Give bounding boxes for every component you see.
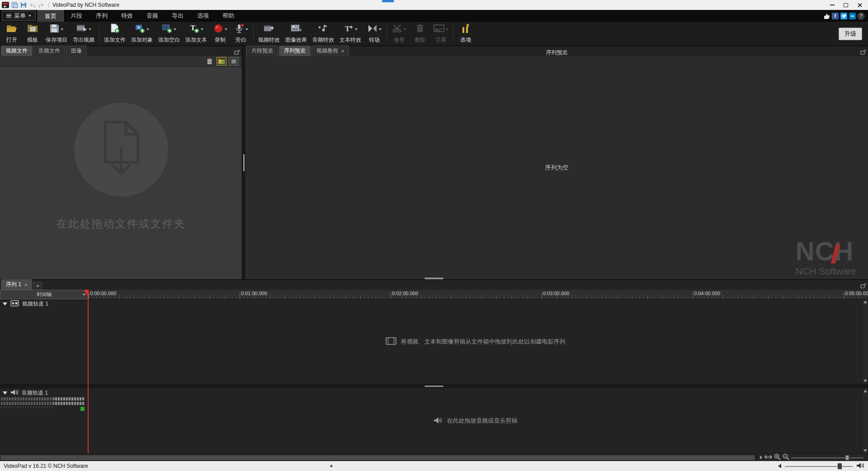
fit-to-window-icon[interactable]: [764, 453, 772, 462]
sequence-tab[interactable]: 序列 1 ×: [1, 279, 32, 290]
videopad-window: VideoPad by NCH Software 菜单 首页 片段 序列 特效 …: [0, 0, 868, 471]
detach-panel-icon[interactable]: [234, 48, 240, 57]
audio-effects-button[interactable]: 音频特效: [310, 22, 337, 46]
window-controls: [826, 0, 866, 10]
tab-close-icon[interactable]: ×: [24, 282, 27, 287]
bin-tab-images[interactable]: 图像: [66, 46, 87, 56]
preview-tab-tutorial[interactable]: 视频教程 ×: [311, 46, 349, 56]
timeline-panel: 序列 1 × + 时间轴 0:00:00.000 0:01:00.000 0:0…: [0, 279, 868, 461]
h-scroll-track[interactable]: [0, 455, 758, 461]
menu-tab-export[interactable]: 导出: [165, 10, 190, 22]
volume-left-icon[interactable]: [778, 464, 781, 468]
nch-watermark: NCH NCH Software: [796, 238, 856, 276]
timeline-mode-button[interactable]: 时间轴: [0, 290, 89, 299]
bin-drop-area[interactable]: 在此处拖动文件或文件夹: [0, 61, 242, 273]
text-effects-button[interactable]: T 文本特效: [337, 22, 364, 46]
zoom-in-icon[interactable]: [774, 453, 781, 462]
menu-tab-options[interactable]: 选项: [190, 10, 216, 22]
minimize-button[interactable]: [826, 0, 839, 10]
maximize-button[interactable]: [839, 0, 853, 10]
titlebar-artifact: [382, 0, 394, 2]
add-object-button[interactable]: 添加对象: [128, 22, 156, 46]
options-button[interactable]: 选项: [455, 22, 476, 46]
narration-button[interactable]: 旁白: [231, 22, 251, 46]
zoom-slider-thumb[interactable]: [845, 455, 849, 460]
menu-tab-audio[interactable]: 音频: [140, 10, 165, 22]
trim-button[interactable]: 修剪: [389, 22, 410, 46]
audio-track-scrollbar[interactable]: [862, 388, 868, 453]
volume-slider-thumb[interactable]: [838, 463, 842, 469]
scroll-down-icon[interactable]: [863, 449, 867, 452]
preview-screen[interactable]: 序列为空 NCH NCH Software: [245, 56, 868, 279]
open-button[interactable]: 打开: [1, 22, 22, 46]
video-effects-button[interactable]: 视频特效: [255, 22, 283, 46]
menu-tab-help[interactable]: 帮助: [216, 10, 241, 22]
scroll-down-icon[interactable]: [863, 380, 867, 382]
statusbar-expand-icon[interactable]: ▲: [329, 463, 334, 468]
add-blank-button[interactable]: 添加空白: [156, 22, 183, 46]
vertical-splitter[interactable]: [242, 46, 245, 279]
linkedin-icon[interactable]: in: [849, 13, 856, 19]
horizontal-splitter-handle[interactable]: [425, 278, 443, 279]
video-track-lane[interactable]: 视频轨道 1 将视频、文本和图像剪辑从文件箱中拖放到此处以创建电影序列: [0, 299, 868, 384]
scroll-up-icon[interactable]: [863, 390, 867, 392]
titlebar-tool-icon-2[interactable]: [20, 2, 27, 8]
template-button[interactable]: 模板: [22, 22, 43, 46]
add-file-button[interactable]: 添加文件: [101, 22, 128, 46]
track-splitter[interactable]: [0, 384, 868, 388]
timeline-ruler[interactable]: 0:00:00.000 0:01:00.000 0:02:00.000 0:03…: [89, 290, 868, 299]
menu-tab-effects[interactable]: 特效: [114, 10, 140, 22]
undo-icon[interactable]: [29, 2, 36, 8]
collapse-track-icon[interactable]: [3, 302, 7, 306]
menu-tab-clip[interactable]: 片段: [64, 10, 89, 22]
scroll-right-icon[interactable]: [760, 456, 763, 459]
titlebar-tool-icon-1[interactable]: [11, 2, 18, 8]
facebook-icon[interactable]: f: [832, 13, 839, 19]
app-icon[interactable]: [2, 2, 9, 8]
bin-tab-audio-files[interactable]: 音频文件: [33, 46, 65, 56]
speaker-icon[interactable]: [856, 462, 864, 470]
subtitles-button[interactable]: 字幕: [430, 22, 451, 46]
upgrade-button[interactable]: 升级: [839, 28, 862, 40]
delete-button[interactable]: 删除: [410, 22, 430, 46]
help-icon[interactable]: ?: [858, 13, 864, 19]
add-text-icon: T: [189, 24, 199, 35]
preview-tab-clip[interactable]: 片段预览: [246, 46, 278, 56]
video-track-scrollbar[interactable]: [862, 299, 868, 384]
add-sequence-button[interactable]: +: [33, 282, 42, 290]
menu-tab-home[interactable]: 首页: [38, 10, 64, 22]
preview-tab-sequence[interactable]: 序列预览: [279, 46, 311, 56]
audio-level-meter: [1, 397, 85, 408]
add-text-button[interactable]: T 添加文本: [183, 22, 210, 46]
tab-close-icon[interactable]: ×: [341, 48, 344, 54]
transitions-button[interactable]: 转场: [364, 22, 385, 46]
microphone-icon: [234, 24, 244, 35]
redo-icon[interactable]: [38, 2, 45, 8]
audio-track-hint: 在此处拖放音频或音乐剪辑: [89, 388, 862, 453]
version-text: VideoPad v 16.21 © NCH Software: [4, 463, 88, 469]
add-object-icon: [135, 24, 145, 35]
toolbar-separator: [453, 25, 453, 42]
detach-panel-icon[interactable]: [860, 282, 866, 290]
like-icon[interactable]: [823, 13, 830, 19]
menu-tab-sequence[interactable]: 序列: [89, 10, 114, 22]
playhead[interactable]: [88, 290, 89, 453]
bin-tab-video-files[interactable]: 视频文件: [1, 46, 33, 56]
h-scroll-thumb[interactable]: [0, 455, 755, 460]
record-button[interactable]: 录制: [210, 22, 231, 46]
twitter-icon[interactable]: [840, 13, 847, 19]
main-menu-button[interactable]: 菜单: [2, 11, 36, 21]
timeline-zoom-slider[interactable]: [791, 455, 863, 461]
zoom-out-icon[interactable]: [783, 453, 789, 462]
save-project-button[interactable]: 保存项目: [43, 22, 70, 46]
menubar: 菜单 首页 片段 序列 特效 音频 导出 选项 帮助 f in ?: [0, 10, 868, 22]
image-effects-button[interactable]: 图像效果: [283, 22, 310, 46]
detach-panel-icon[interactable]: [860, 48, 866, 57]
audio-track-lane[interactable]: 音频轨道 1 在此处拖放音频或音乐剪辑: [0, 388, 868, 453]
close-button[interactable]: [853, 0, 866, 10]
collapse-track-icon[interactable]: [3, 391, 7, 395]
export-video-button[interactable]: 导出视频: [70, 22, 97, 46]
dropdown-caret-icon: [146, 28, 149, 30]
scroll-up-icon[interactable]: [863, 301, 867, 303]
volume-slider[interactable]: [785, 463, 853, 469]
